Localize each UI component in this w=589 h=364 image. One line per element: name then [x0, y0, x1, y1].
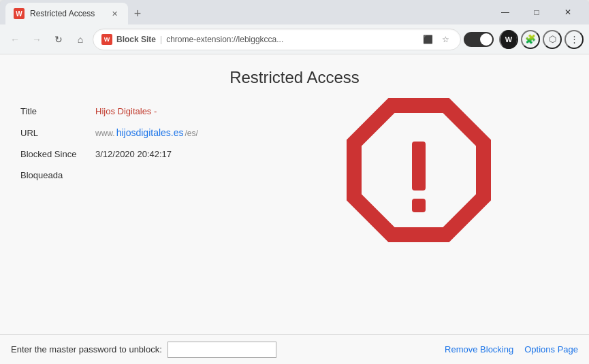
bloqueada-label: Bloqueada [20, 170, 95, 180]
extension-favicon: W [101, 34, 112, 45]
url-www: www. [95, 129, 115, 138]
close-button[interactable]: ✕ [552, 1, 584, 23]
address-url-text: chrome-extension://lebiggkcca... [166, 35, 417, 44]
svg-rect-2 [412, 199, 426, 212]
home-button[interactable]: ⌂ [71, 30, 90, 49]
tab-close-button[interactable]: ✕ [109, 8, 120, 19]
browser-window: W Restricted Access ✕ + — □ ✕ ← → ↻ ⌂ W … [0, 0, 589, 364]
maximize-button[interactable]: □ [521, 1, 552, 23]
password-label: Enter the master password to unblock: [11, 344, 162, 354]
page-main: Restricted Access Title Hijos Digitales … [0, 54, 589, 334]
address-separator: | [160, 35, 162, 44]
url-label: URL [20, 128, 95, 138]
puzzle-icon-button[interactable]: 🧩 [521, 30, 540, 49]
title-value: Hijos Digitales - [95, 106, 157, 116]
window-controls: — □ ✕ [490, 1, 584, 23]
svg-rect-1 [412, 142, 426, 191]
minimize-button[interactable]: — [490, 1, 521, 23]
url-value: www. hijosdigitales.es /es/ [95, 127, 198, 138]
stop-sign-container [344, 95, 494, 245]
title-label: Title [20, 106, 95, 116]
url-row: URL www. hijosdigitales.es /es/ [20, 127, 279, 138]
active-tab[interactable]: W Restricted Access ✕ [5, 3, 128, 24]
blocked-since-value: 3/12/2020 20:42:17 [95, 149, 172, 159]
menu-button[interactable]: ⋮ [564, 30, 584, 49]
cast-icon[interactable]: ⬛ [421, 33, 434, 46]
profile-button[interactable]: W [499, 30, 518, 49]
bookmark-icon[interactable]: ☆ [439, 33, 452, 46]
url-path: /es/ [185, 129, 198, 138]
master-password-input[interactable] [168, 342, 276, 358]
page-content: Restricted Access Title Hijos Digitales … [0, 54, 589, 364]
footer-links: Remove Blocking Options Page [445, 344, 578, 354]
title-bar: W Restricted Access ✕ + — □ ✕ [0, 0, 589, 24]
blocked-since-label: Blocked Since [20, 149, 95, 159]
address-extension-label: Block Site [116, 35, 156, 44]
profile-avatar: W [500, 30, 517, 49]
title-row: Title Hijos Digitales - [20, 106, 279, 116]
stop-sign-icon [344, 95, 494, 245]
tab-favicon: W [14, 8, 25, 19]
dark-mode-toggle[interactable] [464, 32, 494, 47]
forward-button[interactable]: → [27, 30, 46, 49]
page-title: Restricted Access [20, 68, 569, 87]
bloqueada-row: Bloqueada [20, 170, 279, 180]
tab-title: Restricted Access [30, 9, 104, 18]
address-bar[interactable]: W Block Site | chrome-extension://lebigg… [93, 29, 461, 50]
toggle-thumb [480, 33, 492, 46]
back-button[interactable]: ← [5, 30, 25, 49]
info-table: Title Hijos Digitales - URL www. hijosdi… [20, 106, 279, 180]
blocked-since-row: Blocked Since 3/12/2020 20:42:17 [20, 149, 279, 159]
new-tab-button[interactable]: + [128, 4, 147, 23]
cast-toolbar-button[interactable]: ⬡ [543, 30, 562, 49]
page-footer: Enter the master password to unblock: Re… [0, 334, 589, 364]
url-main-link[interactable]: hijosdigitales.es [116, 127, 184, 138]
remove-blocking-link[interactable]: Remove Blocking [445, 344, 513, 354]
navigation-bar: ← → ↻ ⌂ W Block Site | chrome-extension:… [0, 24, 589, 54]
options-page-link[interactable]: Options Page [524, 344, 578, 354]
tabs-area: W Restricted Access ✕ + [5, 0, 490, 24]
refresh-button[interactable]: ↻ [49, 30, 68, 49]
